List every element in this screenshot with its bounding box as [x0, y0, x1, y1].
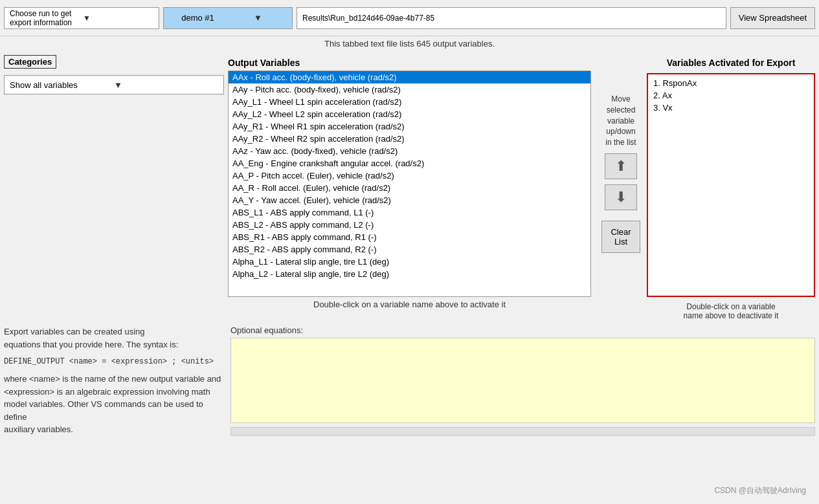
middle-panel: Output Variables AAx - Roll acc. (body-f…	[224, 55, 595, 323]
output-var-item[interactable]: AAy_R1 - Wheel R1 spin acceleration (rad…	[229, 120, 590, 133]
run-dropdown-label: Choose run to get export information	[10, 9, 80, 27]
demo-arrow: ▼	[229, 13, 287, 23]
output-var-item[interactable]: AAy_R2 - Wheel R2 spin acceleration (rad…	[229, 133, 590, 145]
output-vars-title: Output Variables	[228, 55, 591, 71]
left-description: Export variables can be created using eq…	[4, 325, 224, 436]
output-var-item[interactable]: ABS_R1 - ABS apply command, R1 (-)	[229, 231, 590, 243]
output-vars-list[interactable]: AAx - Roll acc. (body-fixed), vehicle (r…	[228, 71, 591, 297]
equations-horizontal-scrollbar[interactable]	[230, 427, 815, 436]
output-var-item[interactable]: ABS_L1 - ABS apply command, L1 (-)	[229, 206, 590, 219]
bottom-area: Export variables can be created using eq…	[0, 325, 819, 440]
activated-var-item[interactable]: 1. RsponAx	[651, 77, 811, 89]
output-var-item[interactable]: AAx - Roll acc. (body-fixed), vehicle (r…	[229, 71, 590, 83]
demo-label: demo #1	[169, 13, 227, 23]
move-up-button[interactable]: ⬆	[605, 153, 637, 179]
move-label: Move selected variable up/down in the li…	[605, 94, 636, 148]
double-click-hint-activate: Double-click on a variable name above to…	[228, 297, 591, 312]
output-var-item[interactable]: Alpha_L2 - Lateral slip angle, tire L2 (…	[229, 268, 590, 280]
left-panel: Categories Show all variables ▼	[4, 55, 224, 323]
path-label: Results\Run_bd124d46-09ae-4b77-85	[302, 14, 434, 23]
output-var-item[interactable]: Alpha_L1 - Lateral slip angle, tire L1 (…	[229, 256, 590, 268]
run-dropdown-arrow: ▼	[83, 14, 153, 23]
output-var-item[interactable]: AA_R - Roll accel. (Euler), vehicle (rad…	[229, 182, 590, 194]
output-var-item[interactable]: AAy - Pitch acc. (body-fixed), vehicle (…	[229, 83, 590, 96]
desc-line5: model variables. Other VS commands can b…	[4, 398, 224, 423]
activated-var-item[interactable]: 3. Vx	[651, 102, 811, 114]
clear-list-button[interactable]: Clear List	[601, 221, 640, 253]
move-down-button[interactable]: ⬇	[605, 184, 637, 210]
activated-list[interactable]: 1. RsponAx2. Ax3. Vx	[647, 73, 815, 297]
output-var-item[interactable]: ABS_R2 - ABS apply command, R2 (-)	[229, 243, 590, 256]
output-var-item[interactable]: AA_P - Pitch accel. (Euler), vehicle (ra…	[229, 170, 590, 182]
output-var-item[interactable]: AAy_L2 - Wheel L2 spin acceleration (rad…	[229, 108, 590, 120]
categories-dropdown[interactable]: Show all variables ▼	[4, 75, 224, 94]
activated-title: Variables Activated for Export	[647, 55, 815, 71]
output-var-item[interactable]: AAz - Yaw acc. (body-fixed), vehicle (ra…	[229, 145, 590, 157]
activated-var-item[interactable]: 2. Ax	[651, 89, 811, 102]
desc-line6: auxiliary variables.	[4, 423, 224, 436]
desc-line4: <expression> is an algebraic expression …	[4, 386, 224, 399]
equations-textarea[interactable]	[230, 338, 815, 423]
subtitle: This tabbed text file lists 645 output v…	[0, 36, 819, 51]
run-dropdown[interactable]: Choose run to get export information ▼	[4, 7, 159, 29]
categories-selected: Show all variables	[10, 80, 114, 90]
categories-label: Categories	[4, 55, 56, 69]
equations-label: Optional equations:	[230, 325, 815, 335]
deactivate-hint: Double-click on a variable name above to…	[647, 300, 815, 323]
output-var-item[interactable]: AA_Y - Yaw accel. (Euler), vehicle (rad/…	[229, 194, 590, 206]
view-spreadsheet-button[interactable]: View Spreadsheet	[730, 7, 815, 29]
desc-line3: where <name> is the name of the new outp…	[4, 373, 224, 386]
desc-line2: equations that you provide here. The syn…	[4, 338, 224, 351]
syntax-line: DEFINE_OUTPUT <name> = <expression> ; <u…	[4, 356, 224, 367]
output-var-item[interactable]: ABS_L2 - ABS apply command, L2 (-)	[229, 219, 590, 231]
top-bar: Choose run to get export information ▼ d…	[0, 0, 819, 36]
categories-arrow: ▼	[114, 80, 218, 90]
path-box: Results\Run_bd124d46-09ae-4b77-85	[297, 7, 726, 29]
watermark: CSDN @自动驾驶AdrIving	[714, 485, 806, 496]
equations-area: Optional equations:	[230, 325, 815, 436]
control-panel: Move selected variable up/down in the li…	[595, 55, 647, 323]
output-var-item[interactable]: AAy_L1 - Wheel L1 spin acceleration (rad…	[229, 96, 590, 108]
demo-select[interactable]: demo #1 ▼	[163, 7, 293, 29]
right-panel: Variables Activated for Export 1. RsponA…	[647, 55, 815, 323]
desc-line1: Export variables can be created using	[4, 325, 224, 338]
output-var-item[interactable]: AA_Eng - Engine crankshaft angular accel…	[229, 157, 590, 170]
